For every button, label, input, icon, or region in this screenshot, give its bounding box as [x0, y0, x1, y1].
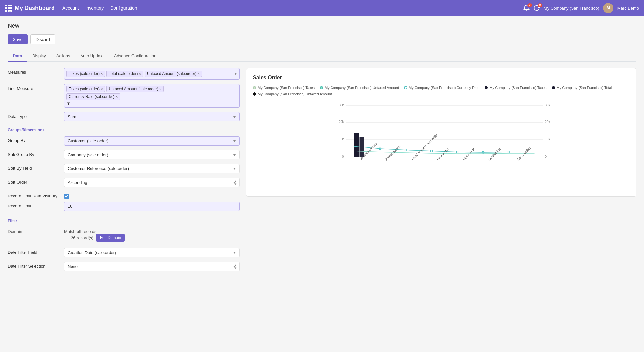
tab-advance[interactable]: Advance Configuration	[109, 51, 162, 62]
line-measure-control: Taxes (sale.order) × Untaxed Amount (sal…	[64, 84, 240, 108]
line-tag-0: Taxes (sale.order) ×	[66, 86, 105, 92]
line-tag-1: Untaxed Amount (sale.order) ×	[106, 86, 164, 92]
nav-inventory[interactable]: Inventory	[85, 5, 104, 11]
domain-row: Domain Match all records → 26 record(s) …	[8, 227, 240, 243]
measure-tag-1: Total (sale.order) ×	[106, 71, 143, 77]
svg-text:20k: 20k	[545, 120, 551, 124]
sub-group-by-select[interactable]: Company (sale.order)	[64, 150, 240, 159]
grid-icon	[5, 5, 12, 12]
domain-arrow-icon: →	[64, 235, 68, 240]
sub-group-by-row: Sub Group By Company (sale.order)	[8, 150, 240, 159]
svg-text:10k: 10k	[545, 138, 551, 141]
match-text: Match all records	[64, 227, 240, 234]
measures-tags-input[interactable]: Taxes (sale.order) × Total (sale.order) …	[64, 68, 240, 80]
main-content: New Save Discard Data Display Actions Au…	[0, 16, 644, 352]
groups-dimensions-header: Groups/Dimensions	[8, 128, 240, 132]
bar-dark-1	[354, 133, 359, 157]
notification-bell[interactable]: 2	[523, 5, 530, 11]
record-limit-input[interactable]	[64, 202, 240, 211]
chart-svg: 30k 20k 10k 0 30k 20k 10k 0	[253, 101, 630, 185]
domain-action-row: → 26 record(s) Edit Domain	[64, 234, 240, 242]
svg-text:30k: 30k	[545, 103, 551, 107]
remove-measure-0[interactable]: ×	[101, 72, 103, 76]
record-count: 26 record(s)	[71, 235, 93, 240]
legend-dot-5	[253, 92, 256, 96]
xlabel-5: Lumber Inc	[487, 147, 501, 161]
discard-button[interactable]: Discard	[30, 34, 55, 44]
sub-group-by-control: Company (sale.order)	[64, 150, 240, 159]
remove-line-1[interactable]: ×	[159, 87, 161, 91]
tab-autoupdate[interactable]: Auto Update	[75, 51, 109, 62]
sort-by-field-select[interactable]: Customer Reference (sale.order)	[64, 164, 240, 173]
group-by-control: Customer (sale.order)	[64, 136, 240, 146]
legend-dot-2	[404, 86, 407, 89]
measures-label: Measures	[8, 68, 64, 75]
remove-measure-1[interactable]: ×	[139, 72, 141, 76]
notif1-badge: 2	[527, 3, 532, 7]
line-measure-tags-input[interactable]: Taxes (sale.order) × Untaxed Amount (sal…	[64, 84, 240, 108]
group-by-row: Group By Customer (sale.order)	[8, 136, 240, 146]
sort-order-select[interactable]: Ascending Descending	[64, 178, 240, 187]
save-button[interactable]: Save	[8, 34, 28, 44]
legend-item-4: My Company (San Francisco) Total	[552, 86, 612, 90]
remove-line-0[interactable]: ×	[101, 87, 103, 91]
legend-item-5: My Company (San Francisco) Untaxed Amoun…	[253, 92, 332, 96]
date-filter-selection-wrapper: None Today This Week This Month This Yea…	[64, 262, 240, 271]
tab-data[interactable]: Data	[8, 51, 27, 62]
measures-control: Taxes (sale.order) × Total (sale.order) …	[64, 68, 240, 80]
topnav-links: Account Inventory Configuration	[62, 5, 515, 11]
nav-account[interactable]: Account	[62, 5, 79, 11]
record-limit-visibility-checkbox[interactable]	[64, 194, 69, 199]
data-type-select[interactable]: Sum Average Count	[64, 112, 240, 121]
remove-measure-2[interactable]: ×	[197, 72, 199, 76]
date-filter-field-row: Date Filter Field Creation Date (sale.or…	[8, 248, 240, 257]
date-filter-field-control: Creation Date (sale.order)	[64, 248, 240, 257]
page-title: New	[8, 23, 636, 29]
avatar[interactable]: M	[603, 3, 613, 13]
xlabel-3: Ready Mat	[436, 147, 449, 161]
filter-section: Filter Domain Match all records → 26 rec…	[8, 219, 240, 271]
record-limit-visibility-label: Record Limit Data Visibility	[8, 192, 64, 198]
group-by-label: Group By	[8, 136, 64, 143]
legend-item-2: My Company (San Francisco) Currency Rate	[404, 86, 479, 90]
date-filter-selection-control: None Today This Week This Month This Yea…	[64, 262, 240, 271]
sort-order-row: Sort Order Ascending Descending ▲ ▼	[8, 178, 240, 187]
content-area: Measures Taxes (sale.order) × Total (sal…	[8, 68, 636, 276]
record-limit-visibility-control	[64, 192, 240, 200]
record-limit-row: Record Limit	[8, 202, 240, 211]
line-tag-2: Currency Rate (sale.order) ×	[66, 93, 120, 100]
nav-configuration[interactable]: Configuration	[110, 5, 137, 11]
measures-row: Measures Taxes (sale.order) × Total (sal…	[8, 68, 240, 80]
line-measure-dropdown-arrow: ▼	[66, 101, 71, 106]
remove-line-2[interactable]: ×	[116, 95, 118, 99]
tab-display[interactable]: Display	[27, 51, 51, 62]
svg-text:20k: 20k	[339, 120, 344, 124]
legend-item-1: My Company (San Francisco) Untaxed Amoun…	[320, 86, 399, 90]
legend-item-0: My Company (San Francisco) Taxes	[253, 86, 315, 90]
legend-dot-0	[253, 86, 256, 89]
match-all: all	[77, 229, 81, 234]
sort-by-field-control: Customer Reference (sale.order)	[64, 164, 240, 173]
edit-domain-button[interactable]: Edit Domain	[96, 234, 125, 242]
legend-dot-1	[320, 86, 323, 89]
measures-dropdown-arrow: ▼	[234, 72, 237, 76]
legend-item-3: My Company (San Francisco) Taxes	[485, 86, 546, 90]
right-panel: Sales Order My Company (San Francisco) T…	[246, 68, 636, 276]
measure-tag-2: Untaxed Amount (sale.order) ×	[145, 71, 202, 77]
group-by-select[interactable]: Customer (sale.order)	[64, 136, 240, 146]
date-filter-field-select[interactable]: Creation Date (sale.order)	[64, 248, 240, 257]
notification-refresh[interactable]: 8	[533, 5, 540, 11]
measure-tag-0: Taxes (sale.order) ×	[66, 71, 105, 77]
app-title[interactable]: My Dashboard	[5, 5, 55, 12]
tab-actions[interactable]: Actions	[51, 51, 75, 62]
date-filter-selection-select[interactable]: None Today This Week This Month This Yea…	[64, 262, 240, 271]
tab-bar: Data Display Actions Auto Update Advance…	[8, 51, 636, 62]
sort-by-field-row: Sort By Field Customer Reference (sale.o…	[8, 164, 240, 173]
domain-control: Match all records → 26 record(s) Edit Do…	[64, 227, 240, 243]
record-limit-label: Record Limit	[8, 202, 64, 208]
svg-text:0: 0	[545, 155, 547, 158]
app-name: My Dashboard	[15, 5, 55, 12]
data-type-label: Data Type	[8, 112, 64, 119]
action-buttons: Save Discard	[8, 34, 636, 44]
record-limit-visibility-row: Record Limit Data Visibility	[8, 192, 240, 200]
